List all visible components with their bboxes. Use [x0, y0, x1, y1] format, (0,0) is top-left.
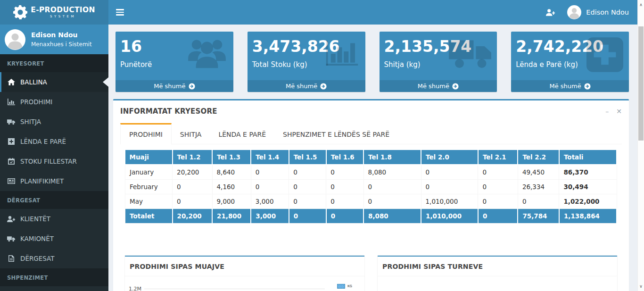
home-icon [7, 79, 15, 85]
arrow-circle-right-icon [452, 83, 459, 90]
sidebar-item-label: KAMIONËT [20, 235, 54, 242]
tab-bar: PRODHIMI SHITJA LËNDA E PARË SHPENZIMET … [120, 123, 622, 144]
close-icon[interactable]: ✕ [616, 108, 622, 115]
sidebar-section-shpenzimet: SHPENZIMET [0, 268, 108, 286]
truck-icon [7, 236, 15, 242]
cell: Totalet [125, 209, 173, 224]
sidebar-item-label: PLANIFIKIMET [20, 177, 64, 185]
scroll-down-arrow-icon[interactable]: ∨ [638, 283, 644, 290]
stat-box-shitja: 2,135,574 Shitja (kg) Më shumë [380, 32, 497, 92]
sidebar-item-klientet[interactable]: KLIENTËT [0, 209, 108, 229]
sidebar-item-label: LËNDA E PARË [20, 138, 66, 145]
avatar [5, 29, 25, 50]
sidebar-item-label: SHITJA [20, 118, 41, 125]
gridline [144, 289, 325, 289]
user-name: Edison Ndou [31, 31, 92, 39]
sidebar-item-shitja[interactable]: SHITJA [0, 112, 108, 132]
sidebar-item-stoku-fillestar[interactable]: STOKU FILLESTAR [0, 151, 108, 171]
chart-prodhimi-sipas-muajve: PRODHIMI SIPAS MUAJVE 1.2M KG [125, 256, 364, 291]
plus-icon [586, 37, 623, 72]
sidebar-item-ballina[interactable]: BALLINA [0, 72, 108, 92]
table-row: January 20,200 8,640 0 0 0 8,080 0 0 49,… [125, 165, 617, 180]
chart-legend: KG [337, 284, 352, 289]
panel-title: INFORMATAT KRYESORE [120, 107, 217, 116]
arrow-circle-right-icon [189, 83, 195, 90]
cell: 75,784 [518, 209, 559, 224]
brand-logo[interactable]: E-PRODUCTION SYSTEM [0, 0, 108, 25]
more-label: Më shumë [286, 83, 317, 90]
sidebar-item-prodhimi[interactable]: PRODHIMI [0, 92, 108, 112]
legend-label: KG [347, 284, 352, 288]
column-header: Tel 1.5 [289, 150, 326, 165]
more-link[interactable]: Më shumë [116, 80, 233, 92]
user-menu[interactable]: Edison Ndou [567, 5, 629, 19]
sidebar-item-lenda-e-pare[interactable]: LËNDA E PARË [0, 132, 108, 151]
tab-prodhimi[interactable]: PRODHIMI [120, 123, 172, 144]
cell: 20,200 [173, 209, 212, 224]
sidebar-toggle-button[interactable] [108, 0, 131, 25]
vertical-scrollbar[interactable]: ∧ ∨ [637, 0, 644, 291]
cell-total: 86,370 [559, 165, 617, 180]
user-name: Edison Ndou [586, 8, 629, 16]
cell: 26,334 [518, 180, 559, 194]
cell: 0 [326, 209, 363, 224]
cell: 21,800 [212, 209, 251, 224]
more-link[interactable]: Më shumë [380, 80, 497, 92]
cell: 0 [326, 165, 363, 180]
users-icon [186, 37, 228, 70]
sidebar: Edison Ndou Menaxhues i Sistemit KRYESOR… [0, 25, 108, 291]
file-pdf-icon [7, 255, 15, 262]
sidebar-item-kamionet[interactable]: KAMIONËT [0, 229, 108, 249]
cell: 4,160 [212, 180, 251, 194]
more-label: Më shumë [549, 83, 581, 90]
cell: 1,010,000 [421, 209, 478, 224]
cell: 0 [289, 165, 326, 180]
stat-box-lenda-e-pare: 2,742,220 Lënda e Parë (kg) Më shumë [511, 32, 629, 92]
column-header: Tel 1.6 [326, 150, 363, 165]
tab-lenda-e-pare[interactable]: LËNDA E PARË [210, 123, 274, 144]
scroll-up-arrow-icon[interactable]: ∧ [638, 1, 644, 8]
app-window: E-PRODUCTION SYSTEM Edison [0, 0, 644, 291]
cell: 8,080 [363, 165, 421, 180]
avatar [567, 5, 581, 19]
scrollbar-thumb[interactable] [638, 26, 644, 141]
cell: 0 [421, 165, 478, 180]
truck-icon [7, 119, 15, 125]
sidebar-item-planifikimet[interactable]: PLANIFIKIMET [0, 171, 108, 191]
cell: 0 [326, 180, 363, 194]
cell-total: 1,022,000 [559, 194, 617, 209]
truck-icon [449, 37, 491, 69]
more-link[interactable]: Më shumë [511, 80, 629, 92]
cell: 0 [518, 194, 559, 209]
sidebar-section-dergesat: DËRGESAT [0, 191, 108, 209]
column-header: Tel 1.2 [173, 150, 212, 165]
cell: 1,138,864 [559, 209, 617, 224]
informatat-kryesore-panel: INFORMATAT KRYESORE – ✕ PRODHIMI SHITJA … [113, 99, 629, 291]
sidebar-item-dergesat[interactable]: DËRGESAT [0, 249, 108, 268]
cell: 1,010,000 [421, 194, 478, 209]
stat-boxes-row: 16 Punëtorë Më shumë 3,473,82 [116, 32, 629, 92]
more-link[interactable]: Më shumë [248, 80, 365, 92]
tab-shpenzimet-e-lendes[interactable]: SHPENZIMET E LËNDËS SË PARË [274, 123, 398, 144]
tab-shitja[interactable]: SHITJA [172, 123, 210, 144]
cell: 0 [289, 180, 326, 194]
newspaper-icon [7, 178, 15, 184]
cell-total: 30,494 [559, 180, 617, 194]
tab-content: Muaji Tel 1.2 Tel 1.3 Tel 1.4 Tel 1.5 Te… [113, 144, 629, 291]
arrow-circle-right-icon [584, 83, 591, 90]
cell: February [125, 180, 173, 194]
cell: 0 [251, 180, 289, 194]
user-role: Menaxhues i Sistemit [31, 41, 92, 48]
cell: 8,080 [363, 209, 421, 224]
plus-square-icon [7, 138, 15, 145]
cell: 8,640 [212, 165, 251, 180]
cell: 0 [173, 194, 212, 209]
collapse-icon[interactable]: – [605, 108, 609, 115]
y-axis-tick: 1.2M [129, 286, 141, 291]
sidebar-item-label: KLIENTËT [20, 215, 50, 223]
chart-prodhimi-sipas-turneve: PRODHIMI SIPAS TURNEVE [378, 256, 617, 291]
gear-icon [13, 5, 27, 19]
cell: 0 [363, 180, 421, 194]
main-content: 16 Punëtorë Më shumë 3,473,82 [108, 25, 637, 291]
add-user-button[interactable] [546, 9, 555, 16]
